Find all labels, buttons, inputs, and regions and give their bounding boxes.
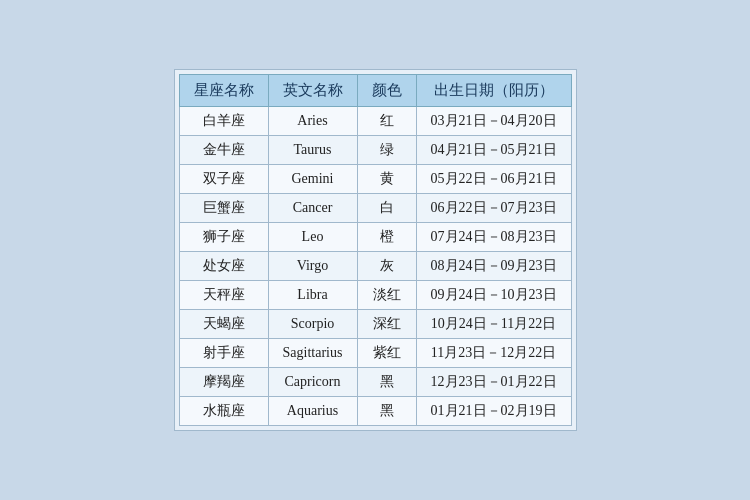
table-cell: 黄 bbox=[357, 165, 416, 194]
table-cell: Taurus bbox=[268, 136, 357, 165]
table-header-row: 星座名称英文名称颜色出生日期（阳历） bbox=[179, 75, 571, 107]
table-row: 天蝎座Scorpio深红10月24日－11月22日 bbox=[179, 310, 571, 339]
table-cell: 淡红 bbox=[357, 281, 416, 310]
table-cell: 橙 bbox=[357, 223, 416, 252]
table-row: 摩羯座Capricorn黑12月23日－01月22日 bbox=[179, 368, 571, 397]
table-row: 金牛座Taurus绿04月21日－05月21日 bbox=[179, 136, 571, 165]
table-cell: 11月23日－12月22日 bbox=[416, 339, 571, 368]
table-cell: 金牛座 bbox=[179, 136, 268, 165]
table-cell: 黑 bbox=[357, 397, 416, 426]
table-cell: 射手座 bbox=[179, 339, 268, 368]
table-cell: 天秤座 bbox=[179, 281, 268, 310]
table-cell: 03月21日－04月20日 bbox=[416, 107, 571, 136]
table-cell: 05月22日－06月21日 bbox=[416, 165, 571, 194]
table-row: 天秤座Libra淡红09月24日－10月23日 bbox=[179, 281, 571, 310]
table-cell: 红 bbox=[357, 107, 416, 136]
table-cell: 12月23日－01月22日 bbox=[416, 368, 571, 397]
table-cell: Capricorn bbox=[268, 368, 357, 397]
table-cell: 水瓶座 bbox=[179, 397, 268, 426]
table-cell: 白羊座 bbox=[179, 107, 268, 136]
table-cell: Virgo bbox=[268, 252, 357, 281]
table-cell: 09月24日－10月23日 bbox=[416, 281, 571, 310]
table-cell: Scorpio bbox=[268, 310, 357, 339]
table-header-cell: 英文名称 bbox=[268, 75, 357, 107]
table-cell: 深红 bbox=[357, 310, 416, 339]
table-cell: Libra bbox=[268, 281, 357, 310]
table-cell: 01月21日－02月19日 bbox=[416, 397, 571, 426]
table-cell: 黑 bbox=[357, 368, 416, 397]
table-header-cell: 出生日期（阳历） bbox=[416, 75, 571, 107]
table-cell: 双子座 bbox=[179, 165, 268, 194]
table-cell: 白 bbox=[357, 194, 416, 223]
table-row: 射手座Sagittarius紫红11月23日－12月22日 bbox=[179, 339, 571, 368]
table-row: 处女座Virgo灰08月24日－09月23日 bbox=[179, 252, 571, 281]
table-cell: Leo bbox=[268, 223, 357, 252]
table-cell: Cancer bbox=[268, 194, 357, 223]
table-header-cell: 星座名称 bbox=[179, 75, 268, 107]
zodiac-table-container: 星座名称英文名称颜色出生日期（阳历） 白羊座Aries红03月21日－04月20… bbox=[174, 69, 577, 431]
table-cell: 狮子座 bbox=[179, 223, 268, 252]
table-cell: Aquarius bbox=[268, 397, 357, 426]
table-row: 双子座Gemini黄05月22日－06月21日 bbox=[179, 165, 571, 194]
table-cell: 10月24日－11月22日 bbox=[416, 310, 571, 339]
table-cell: 巨蟹座 bbox=[179, 194, 268, 223]
table-cell: 07月24日－08月23日 bbox=[416, 223, 571, 252]
table-cell: Aries bbox=[268, 107, 357, 136]
table-cell: 天蝎座 bbox=[179, 310, 268, 339]
table-cell: 04月21日－05月21日 bbox=[416, 136, 571, 165]
table-cell: 绿 bbox=[357, 136, 416, 165]
table-row: 白羊座Aries红03月21日－04月20日 bbox=[179, 107, 571, 136]
zodiac-table: 星座名称英文名称颜色出生日期（阳历） 白羊座Aries红03月21日－04月20… bbox=[179, 74, 572, 426]
table-cell: 08月24日－09月23日 bbox=[416, 252, 571, 281]
table-cell: 灰 bbox=[357, 252, 416, 281]
table-header-cell: 颜色 bbox=[357, 75, 416, 107]
table-cell: 摩羯座 bbox=[179, 368, 268, 397]
table-row: 巨蟹座Cancer白06月22日－07月23日 bbox=[179, 194, 571, 223]
table-row: 水瓶座Aquarius黑01月21日－02月19日 bbox=[179, 397, 571, 426]
table-cell: Gemini bbox=[268, 165, 357, 194]
table-cell: 处女座 bbox=[179, 252, 268, 281]
table-cell: Sagittarius bbox=[268, 339, 357, 368]
table-cell: 紫红 bbox=[357, 339, 416, 368]
table-row: 狮子座Leo橙07月24日－08月23日 bbox=[179, 223, 571, 252]
table-cell: 06月22日－07月23日 bbox=[416, 194, 571, 223]
